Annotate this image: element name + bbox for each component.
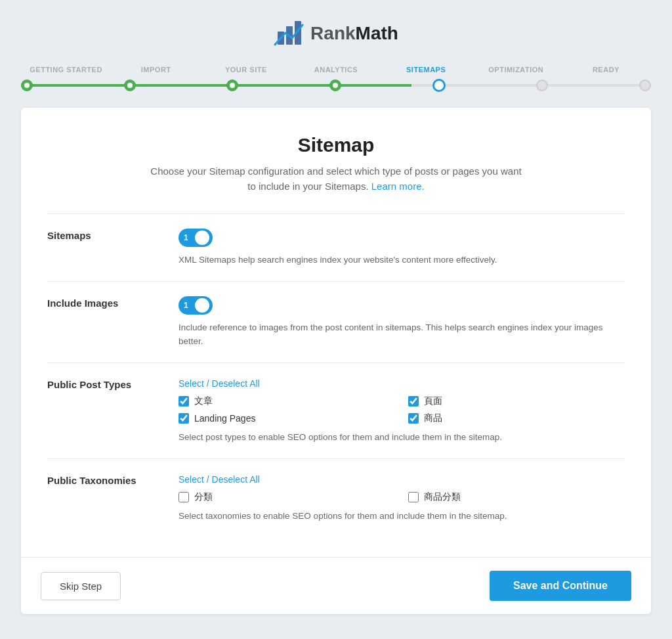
step-dot-getting-started [21,79,33,91]
include-images-toggle-slider: 1 [178,296,213,315]
save-continue-button[interactable]: Save and Continue [490,571,631,601]
include-images-toggle-numeral: 1 [184,301,188,310]
sitemaps-help: XML Sitemaps help search engines index y… [178,253,625,267]
logo-math: Math [356,23,398,43]
logo-area: RankMath [274,20,398,47]
step-label-sitemaps: SITEMAPS [381,66,471,74]
post-type-landing-checkbox[interactable] [178,413,189,424]
step-dot-ready [639,79,651,91]
post-types-help: Select post types to enable SEO options … [178,431,625,444]
taxonomy-category-checkbox[interactable] [178,492,189,502]
post-type-product-item[interactable]: 商品 [408,412,625,424]
post-types-select-deselect-link[interactable]: Select / Deselect All [178,378,260,389]
sitemaps-label-col: Sitemaps [47,229,178,242]
post-type-landing-item[interactable]: Landing Pages [178,412,395,424]
public-taxonomies-row: Public Taxonomies Select / Deselect All … [47,458,625,537]
include-images-label: Include Images [47,297,118,309]
logo-rank: Rank [310,23,355,43]
sitemaps-content-col: 1 XML Sitemaps help search engines index… [178,229,625,267]
public-post-types-label-col: Public Post Types [47,378,178,391]
public-post-types-content-col: Select / Deselect All 文章 頁面 Landing Page… [178,378,625,444]
include-images-row: Include Images 1 Include reference to im… [47,281,625,363]
taxonomy-product-cat-item[interactable]: 商品分類 [408,491,625,503]
page-description: Choose your Sitemap configuration and se… [47,164,625,194]
post-type-product-label: 商品 [424,412,442,424]
learn-more-link[interactable]: Learn more. [371,181,425,192]
step-dot-your-site [226,79,238,91]
post-types-checkbox-grid: 文章 頁面 Landing Pages 商品 [178,395,625,424]
taxonomy-product-cat-checkbox[interactable] [408,492,419,502]
taxonomies-help: Select taxonomies to enable SEO options … [178,510,625,523]
sitemaps-toggle-numeral: 1 [184,233,188,242]
progress-line-filled [21,84,411,87]
card-body: Sitemap Choose your Sitemap configuratio… [21,108,651,557]
card-footer: Skip Step Save and Continue [21,557,651,614]
steps-container: GETTING STARTED IMPORT YOUR SITE ANALYTI… [21,66,651,92]
page-desc-text: Choose your Sitemap configuration and se… [150,165,521,192]
post-type-article-item[interactable]: 文章 [178,395,395,407]
taxonomy-category-item[interactable]: 分類 [178,491,395,503]
public-post-types-row: Public Post Types Select / Deselect All … [47,363,625,458]
include-images-label-col: Include Images [47,296,178,309]
step-label-optimization: OPTIMIZATION [471,66,561,74]
post-type-page-label: 頁面 [424,395,442,407]
include-images-help: Include reference to images from the pos… [178,321,625,348]
include-images-toggle[interactable]: 1 [178,296,213,315]
post-type-article-label: 文章 [194,395,213,407]
step-dot-import [124,79,136,91]
post-type-article-checkbox[interactable] [178,396,189,407]
logo-text: RankMath [310,23,398,44]
skip-step-button[interactable]: Skip Step [41,572,121,600]
step-label-your-site: YOUR SITE [201,66,291,74]
step-dot-sitemaps [432,79,446,92]
step-dot-analytics [329,79,341,91]
sitemaps-label: Sitemaps [47,230,91,241]
rankmath-logo-icon [274,20,305,47]
post-type-landing-label: Landing Pages [194,413,255,424]
step-label-import: IMPORT [111,66,201,74]
post-type-page-item[interactable]: 頁面 [408,395,625,407]
step-label-ready: READY [561,66,651,74]
public-taxonomies-content-col: Select / Deselect All 分類 商品分類 Select tax… [178,474,625,523]
step-label-analytics: ANALYTICS [291,66,381,74]
public-post-types-label: Public Post Types [47,379,131,390]
taxonomies-select-deselect-link[interactable]: Select / Deselect All [178,474,260,485]
taxonomy-category-label: 分類 [194,491,213,503]
post-type-page-checkbox[interactable] [408,396,419,407]
include-images-content-col: 1 Include reference to images from the p… [178,296,625,348]
step-label-getting-started: GETTING STARTED [21,66,111,74]
steps-labels: GETTING STARTED IMPORT YOUR SITE ANALYTI… [21,66,651,74]
sitemaps-toggle-slider: 1 [178,229,213,247]
post-type-product-checkbox[interactable] [408,413,419,424]
public-taxonomies-label-col: Public Taxonomies [47,474,178,487]
progress-track [21,79,651,92]
page-title: Sitemap [47,134,625,156]
step-dot-optimization [536,79,548,91]
main-card: Sitemap Choose your Sitemap configuratio… [21,108,651,614]
public-taxonomies-label: Public Taxonomies [47,475,136,486]
sitemaps-toggle[interactable]: 1 [178,229,213,247]
sitemaps-row: Sitemaps 1 XML Sitemaps help search engi… [47,213,625,281]
taxonomy-product-cat-label: 商品分類 [424,491,461,503]
taxonomies-checkbox-grid: 分類 商品分類 [178,491,625,503]
